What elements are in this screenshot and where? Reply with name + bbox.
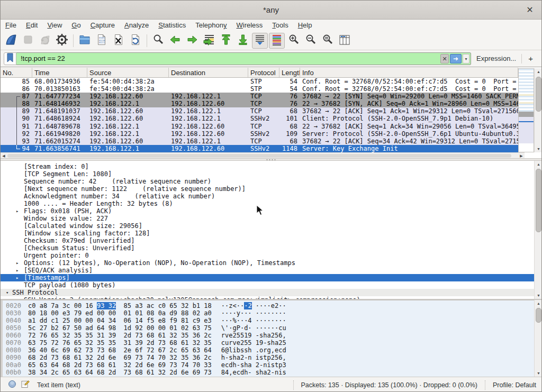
hex-row[interactable]: 003080 18 00 e3 79 ed 00 00 01 01 08 0a … — [1, 309, 534, 317]
detail-line[interactable]: ▸Flags: 0x018 (PSH, ACK) — [1, 207, 534, 215]
scroll-down-arrow[interactable]: ▼ — [535, 145, 542, 152]
filter-apply-button[interactable]: ➜ — [450, 54, 462, 63]
expander-closed-icon[interactable]: ▸ — [16, 259, 19, 267]
scrollbar-thumb[interactable] — [7, 154, 511, 158]
scroll-down-arrow[interactable]: ▼ — [535, 370, 542, 377]
scrollbar-thumb[interactable] — [536, 169, 541, 232]
detail-vertical-scrollbar[interactable]: ▲ ▼ — [534, 161, 542, 299]
packet-list-header[interactable]: No.TimeSourceDestinationProtocolLengthIn… — [1, 67, 518, 78]
detail-line[interactable]: ▾SSH Protocol — [1, 289, 534, 296]
profile-status[interactable]: Profile: Default — [485, 380, 541, 390]
packet-row[interactable]: 9171.648789678192.168.122.1192.168.122.6… — [1, 123, 518, 130]
go-last-button[interactable] — [235, 33, 251, 49]
detail-line[interactable]: 1000 .... = Header Length: 32 bytes (8) — [1, 200, 534, 207]
resize-columns-button[interactable] — [337, 33, 353, 49]
menu-view[interactable]: View — [42, 20, 67, 31]
zoom-out-button[interactable] — [303, 33, 319, 49]
scroll-up-arrow[interactable]: ▲ — [535, 161, 542, 168]
capture-options-button[interactable] — [54, 33, 70, 49]
colorize-button[interactable] — [269, 33, 285, 49]
packet-list-minimap[interactable] — [518, 68, 534, 152]
detail-line[interactable]: Sequence number: 42 (relative sequence n… — [1, 178, 534, 185]
go-next-button[interactable] — [184, 33, 200, 49]
add-filter-button[interactable]: + — [522, 54, 538, 63]
detail-line[interactable]: ▸Options: (12 bytes), No-Operation (NOP)… — [1, 259, 534, 267]
scroll-up-arrow[interactable]: ▲ — [535, 68, 542, 75]
filter-bookmark-button[interactable] — [4, 52, 16, 65]
scroll-down-arrow[interactable]: ▼ — [535, 292, 542, 299]
column-header-info[interactable]: Info — [300, 68, 518, 77]
detail-line[interactable]: ▸[SEQ/ACK analysis] — [1, 267, 534, 274]
column-header-protocol[interactable]: Protocol — [248, 68, 279, 77]
hex-row[interactable]: 0020c0 a8 7a 3c 00 16 93 32 85 a3 ac c0 … — [1, 302, 534, 309]
column-header-destination[interactable]: Destination — [169, 68, 248, 77]
packet-row[interactable]: 9371.662015274192.168.122.60192.168.122.… — [1, 138, 518, 145]
auto-scroll-button[interactable] — [252, 33, 268, 49]
menu-file[interactable]: File — [1, 20, 21, 31]
filter-history-dropdown[interactable]: ▾ — [463, 54, 469, 63]
menu-telephony[interactable]: Telephony — [191, 20, 231, 31]
detail-line[interactable]: TCP payload (1080 bytes) — [1, 281, 534, 289]
expert-info-icon[interactable] — [8, 380, 16, 390]
filter-input[interactable]: !tcp.port == 22 ✕ ➜ ▾ — [16, 52, 471, 65]
packet-row[interactable]: 8670.013850163fe:54:00:d4:38:2aSTP54Conf… — [1, 85, 518, 93]
column-header-no[interactable]: No. — [1, 68, 32, 77]
hex-row[interactable]: 00505c 27 b2 67 50 ad 64 98 1d 92 00 00 … — [1, 324, 534, 332]
go-previous-button[interactable] — [167, 33, 183, 49]
detail-line[interactable]: [TCP Segment Len: 1080] — [1, 170, 534, 178]
hex-row[interactable]: 00b038 34 2c 65 63 64 68 2d 73 68 61 32 … — [1, 369, 534, 376]
packet-row[interactable]: 9471.663856741192.168.122.1192.168.122.6… — [1, 145, 518, 152]
detail-line[interactable]: [Next sequence number: 1122 (relative se… — [1, 185, 534, 193]
column-header-time[interactable]: Time — [32, 68, 87, 77]
hex-row[interactable]: 008036 40 6c 69 62 73 73 68 2e 6f 72 67 … — [1, 347, 534, 354]
hex-row[interactable]: 006072 76 65 32 35 35 31 39 2d 73 68 61 … — [1, 332, 534, 339]
detail-line[interactable]: [Calculated window size: 29056] — [1, 222, 534, 230]
packet-row[interactable]: 9271.661949820192.168.122.1192.168.122.6… — [1, 130, 518, 138]
expander-closed-icon[interactable]: ▸ — [16, 207, 19, 215]
expression-button[interactable]: Expression... — [471, 54, 521, 62]
packet-row[interactable]: 8971.648191037192.168.122.60192.168.122.… — [1, 107, 518, 115]
expander-closed-icon[interactable]: ▸ — [16, 267, 19, 274]
detail-line[interactable]: ▸[Timestamps] — [1, 274, 534, 281]
detail-line[interactable]: [Checksum Status: Unverified] — [1, 244, 534, 252]
capture-start-button[interactable] — [3, 33, 19, 49]
capture-comment-icon[interactable] — [21, 380, 30, 390]
scrollbar-thumb[interactable] — [536, 308, 541, 323]
hex-row[interactable]: 009068 2d 73 68 61 32 2d 6e 69 73 74 70 … — [1, 354, 534, 361]
menu-analyze[interactable]: Analyze — [120, 20, 153, 31]
expander-closed-icon[interactable]: ▸ — [16, 274, 19, 281]
go-to-packet-button[interactable] — [201, 33, 217, 49]
zoom-original-button[interactable] — [320, 33, 336, 49]
file-save-button[interactable]: 010101100111 — [94, 33, 110, 49]
menu-help[interactable]: Help — [293, 20, 317, 31]
scrollbar-thumb[interactable] — [536, 77, 541, 112]
file-reload-button[interactable] — [128, 33, 143, 49]
menu-go[interactable]: Go — [67, 20, 85, 31]
detail-line[interactable]: [Window size scaling factor: 128] — [1, 230, 534, 237]
packet-row[interactable]: 9071.648618924192.168.122.60192.168.122.… — [1, 115, 518, 122]
filter-clear-button[interactable]: ✕ — [440, 54, 449, 63]
zoom-in-button[interactable] — [286, 33, 302, 49]
hex-row[interactable]: 007063 75 72 76 65 32 35 35 31 39 2d 73 … — [1, 339, 534, 347]
detail-line[interactable]: Acknowledgment number: 34 (relative ack … — [1, 193, 534, 200]
packet-list-vertical-scrollbar[interactable]: ▲ ▼ — [534, 68, 542, 152]
file-open-button[interactable] — [77, 33, 93, 49]
menu-capture[interactable]: Capture — [86, 20, 120, 31]
expander-open-icon[interactable]: ▾ — [6, 289, 8, 296]
find-packet-button[interactable] — [150, 33, 166, 49]
hex-row[interactable]: 0040a1 dd c1 25 00 00 04 34 06 14 f5 e8 … — [1, 317, 534, 324]
detail-line[interactable]: Urgent pointer: 0 — [1, 252, 534, 259]
go-first-button[interactable] — [218, 33, 234, 49]
file-close-button[interactable] — [111, 33, 127, 49]
detail-line[interactable]: Window size value: 227 — [1, 215, 534, 222]
menu-statistics[interactable]: Statistics — [153, 20, 191, 31]
scroll-up-arrow[interactable]: ▲ — [535, 300, 542, 307]
close-button[interactable]: ✕ — [525, 5, 535, 15]
menu-tools[interactable]: Tools — [267, 20, 293, 31]
column-header-source[interactable]: Source — [87, 68, 169, 77]
menu-edit[interactable]: Edit — [21, 20, 42, 31]
hex-vertical-scrollbar[interactable]: ▲ ▼ — [534, 300, 542, 377]
detail-line[interactable]: [Stream index: 0] — [1, 163, 534, 170]
packet-row[interactable]: 8871.648146932192.168.122.1192.168.122.6… — [1, 100, 518, 107]
column-header-length[interactable]: Length — [279, 68, 300, 77]
